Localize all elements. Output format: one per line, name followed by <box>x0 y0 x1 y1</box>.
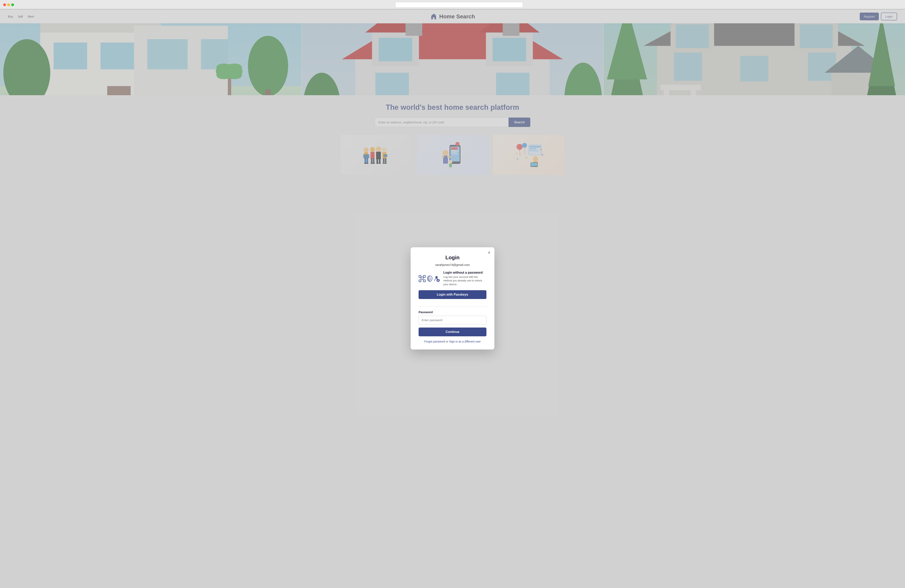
modal-email: sarahjones74@gmail.com <box>419 263 486 267</box>
passkey-heading: Login without a password <box>443 271 486 275</box>
password-input[interactable] <box>419 316 486 324</box>
fullscreen-traffic-light[interactable] <box>11 3 14 6</box>
modal-close-button[interactable]: × <box>488 251 491 255</box>
forgot-password-link[interactable]: Forgot password <box>424 340 445 343</box>
face-scan-icon <box>419 275 426 282</box>
svg-point-131 <box>422 278 423 278</box>
passkey-section: Login without a password Log into your a… <box>419 271 486 286</box>
svg-point-129 <box>421 277 424 280</box>
address-bar[interactable] <box>395 2 523 8</box>
close-traffic-light[interactable] <box>3 3 6 6</box>
passkey-description: Log into your account with the method yo… <box>443 275 486 286</box>
minimize-traffic-light[interactable] <box>7 3 10 6</box>
passkey-text: Login without a password Log into your a… <box>443 271 486 286</box>
fingerprint-icon <box>427 275 433 282</box>
svg-point-132 <box>435 276 438 278</box>
svg-rect-125 <box>419 275 421 277</box>
modal-divider <box>419 306 486 307</box>
passkey-icons <box>419 275 440 282</box>
password-label: Password <box>419 310 486 314</box>
user-shield-icon <box>434 275 440 282</box>
modal-footer: Forgot password or Sign in as a differen… <box>419 340 486 343</box>
or-text: or <box>446 340 449 343</box>
login-modal: × Login sarahjones74@gmail.com <box>411 247 494 350</box>
svg-rect-128 <box>423 280 426 282</box>
browser-chrome <box>0 0 905 10</box>
svg-rect-127 <box>419 280 421 282</box>
svg-rect-126 <box>423 275 426 277</box>
modal-title: Login <box>419 254 486 261</box>
traffic-lights <box>3 3 14 6</box>
svg-point-130 <box>421 278 422 278</box>
modal-overlay[interactable]: × Login sarahjones74@gmail.com <box>0 9 905 588</box>
continue-button[interactable]: Continue <box>419 327 486 336</box>
login-with-passkeys-button[interactable]: Login with Passkeys <box>419 290 486 299</box>
sign-in-different-link[interactable]: Sign in as a different user <box>449 340 481 343</box>
